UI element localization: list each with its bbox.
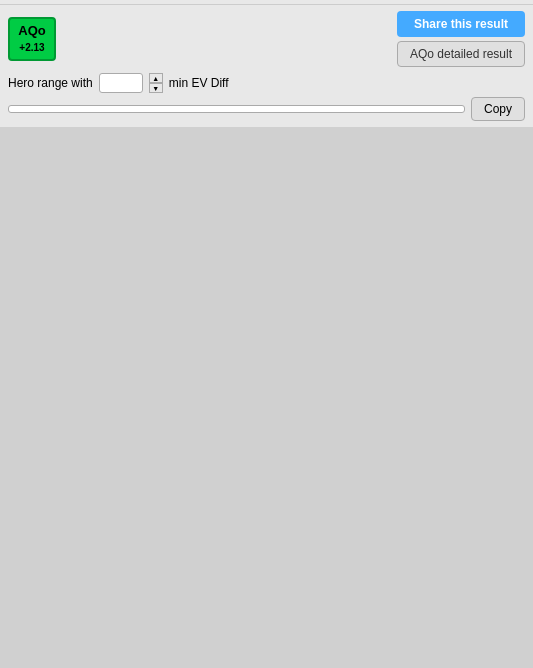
ev-diff-spinner[interactable]: ▲ ▼ [149,73,163,93]
spinner-up[interactable]: ▲ [149,73,163,83]
spinner-down[interactable]: ▼ [149,83,163,93]
ev-diff-input[interactable] [99,73,143,93]
badge-val: +2.13 [19,42,44,53]
share-button[interactable]: Share this result [397,11,525,37]
ev-diff-label: min EV Diff [169,76,229,90]
range-text [8,105,465,113]
copy-button[interactable]: Copy [471,97,525,121]
hero-range-label: Hero range with [8,76,93,90]
hand-badge: AQo +2.13 [8,17,56,60]
badge-hand: AQo [18,23,45,38]
detail-button[interactable]: AQo detailed result [397,41,525,67]
